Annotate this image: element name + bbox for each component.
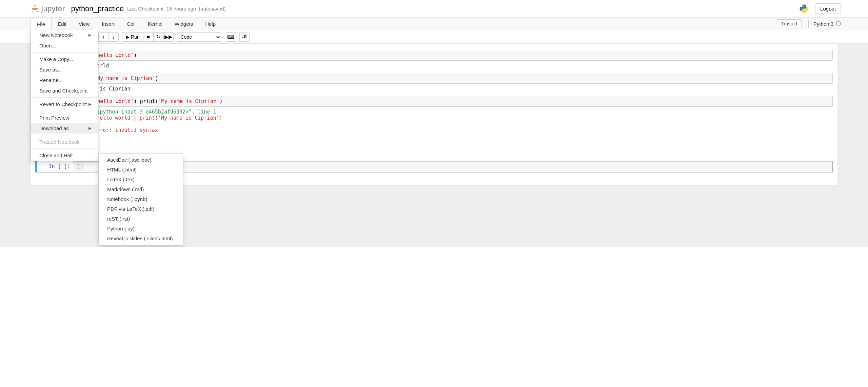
- kernel-indicator: Python 3: [808, 20, 841, 28]
- bar-chart-icon: [242, 34, 247, 40]
- input-prompt: In [ ]:: [36, 161, 73, 169]
- chart-button[interactable]: [239, 32, 250, 42]
- svg-rect-5: [245, 34, 246, 38]
- chevron-right-icon: ▶: [88, 126, 91, 130]
- file-close-halt[interactable]: Close and Halt: [31, 150, 98, 161]
- code-input[interactable]: print('hello world'): [73, 50, 833, 61]
- header: jupyter python_practice Last Checkpoint:…: [0, 0, 868, 18]
- jupyter-logo[interactable]: jupyter: [31, 4, 65, 13]
- download-html[interactable]: HTML (.html): [99, 165, 183, 175]
- code-input[interactable]: print('My name is Ciprian'): [73, 73, 833, 84]
- menubar-container: File Edit View Insert Cell Kernel Widget…: [0, 18, 868, 30]
- python-icon: [799, 4, 809, 14]
- kernel-status-icon: [836, 21, 841, 26]
- svg-point-0: [34, 5, 36, 6]
- menu-kernel[interactable]: Kernel: [142, 19, 169, 29]
- divider: [31, 135, 98, 135]
- logout-button[interactable]: Logout: [815, 3, 841, 14]
- interrupt-button[interactable]: ■: [143, 32, 153, 42]
- run-button[interactable]: ▶Run: [122, 32, 143, 42]
- svg-point-1: [32, 11, 33, 12]
- code-input[interactable]: 1: [73, 161, 832, 172]
- autosave-text: (autosaved): [199, 6, 225, 12]
- notebook-name[interactable]: python_practice: [71, 4, 124, 13]
- menubar: File Edit View Insert Cell Kernel Widget…: [0, 18, 868, 30]
- menu-insert[interactable]: Insert: [96, 19, 121, 29]
- jupyter-icon: [31, 4, 39, 13]
- arrow-down-icon: ↓: [112, 34, 115, 40]
- code-input[interactable]: print('hello world') print('My name is C…: [73, 96, 833, 107]
- file-revert[interactable]: Revert to Checkpoint▶: [31, 99, 98, 109]
- file-new-notebook[interactable]: New Notebook▶: [31, 30, 98, 40]
- menu-help[interactable]: Help: [199, 19, 222, 29]
- menu-file[interactable]: File: [31, 19, 52, 29]
- keyboard-icon: ⌨: [227, 34, 235, 40]
- download-rest[interactable]: reST (.rst): [99, 214, 183, 224]
- chevron-right-icon: ▶: [88, 102, 91, 106]
- file-make-copy[interactable]: Make a Copy...: [31, 54, 98, 64]
- file-open[interactable]: Open...: [31, 40, 98, 51]
- trusted-indicator[interactable]: Trusted: [777, 19, 802, 28]
- checkpoint-text: Last Checkpoint: 15 hours ago: [127, 6, 196, 12]
- svg-rect-4: [244, 35, 245, 38]
- fast-forward-icon: ▶▶: [164, 34, 173, 40]
- file-rename[interactable]: Rename...: [31, 75, 98, 85]
- kernel-name: Python 3: [813, 21, 833, 27]
- restart-run-all-button[interactable]: ▶▶: [163, 32, 174, 42]
- menu-cell[interactable]: Cell: [121, 19, 142, 29]
- line-number: 1: [76, 164, 83, 170]
- download-notebook[interactable]: Notebook (.ipynb): [99, 194, 183, 204]
- download-python[interactable]: Python (.py): [99, 224, 183, 233]
- download-latex[interactable]: LaTeX (.tex): [99, 175, 183, 184]
- code-output: File "<ipython-input-3-e465b2afd6d32>", …: [73, 107, 833, 135]
- arrow-up-icon: ↑: [102, 34, 105, 40]
- code-cell[interactable]: In [1]: print('hello world') hello world: [35, 50, 833, 71]
- file-download-as[interactable]: Download as▶: [31, 123, 98, 134]
- menu-edit[interactable]: Edit: [52, 19, 73, 29]
- toolbar: ↑ ↓ ▶Run ■ ↻ ▶▶ Code ⌨: [0, 30, 868, 44]
- svg-point-2: [37, 11, 39, 12]
- restart-button[interactable]: ↻: [153, 32, 163, 42]
- file-save-as[interactable]: Save as...: [31, 64, 98, 75]
- download-reveal[interactable]: Reveal.js slides (.slides.html): [99, 233, 183, 243]
- play-icon: ▶: [126, 34, 130, 40]
- download-pdf[interactable]: PDF via LaTeX (.pdf): [99, 204, 183, 214]
- divider: [31, 52, 98, 53]
- download-markdown[interactable]: Markdown (.md): [99, 184, 183, 194]
- file-save-checkpoint[interactable]: Save and Checkpoint: [31, 85, 98, 96]
- move-up-button[interactable]: ↑: [98, 32, 108, 42]
- cell-type-select[interactable]: Code: [177, 32, 221, 42]
- file-dropdown: New Notebook▶ Open... Make a Copy... Sav…: [31, 30, 98, 161]
- svg-rect-3: [242, 37, 243, 38]
- download-as-submenu: AsciiDoc (.asciidoc) HTML (.html) LaTeX …: [98, 153, 183, 245]
- stop-icon: ■: [147, 34, 150, 40]
- menu-view[interactable]: View: [73, 19, 96, 29]
- code-cell[interactable]: In [3]: print('hello world') print('My n…: [35, 96, 833, 135]
- code-cell[interactable]: In [2]: print('My name is Ciprian') My n…: [35, 73, 833, 94]
- divider: [31, 148, 98, 149]
- file-print-preview[interactable]: Print Preview: [31, 113, 98, 123]
- code-output: hello world: [73, 61, 833, 71]
- divider: [31, 97, 98, 98]
- move-down-button[interactable]: ↓: [108, 32, 119, 42]
- command-palette-button[interactable]: ⌨: [226, 32, 236, 42]
- menu-widgets[interactable]: Widgets: [169, 19, 199, 29]
- logo-text: jupyter: [41, 4, 65, 13]
- code-output: My name is Ciprian: [73, 84, 833, 94]
- restart-icon: ↻: [156, 34, 161, 40]
- download-asciidoc[interactable]: AsciiDoc (.asciidoc): [99, 155, 183, 165]
- chevron-right-icon: ▶: [88, 33, 91, 37]
- file-trusted-notebook: Trusted Notebook: [31, 137, 98, 147]
- divider: [31, 111, 98, 111]
